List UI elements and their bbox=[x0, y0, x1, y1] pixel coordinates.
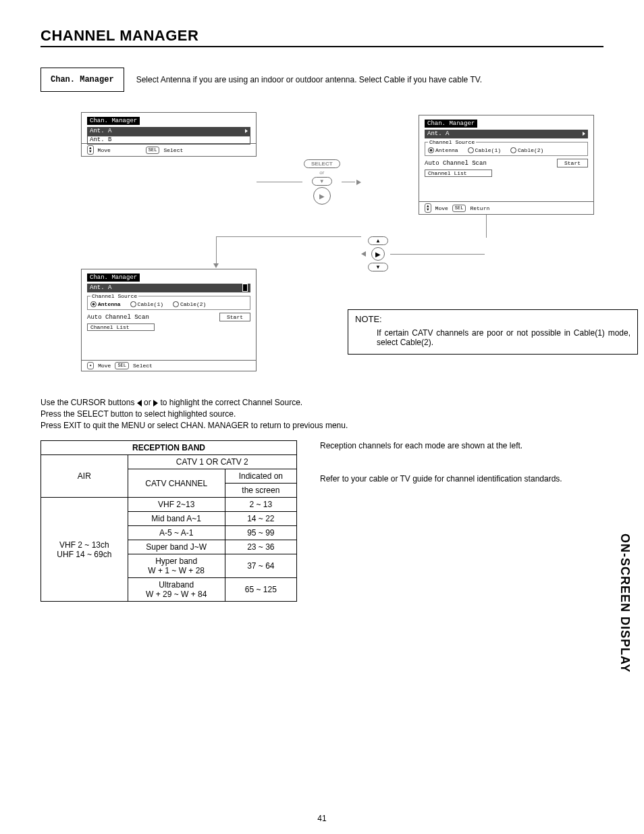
opt-cable1: Cable(1) bbox=[130, 301, 163, 307]
lower-row: RECEPTION BAND AIR CATV 1 OR CATV 2 CATV… bbox=[41, 440, 603, 602]
flow-line-left bbox=[216, 236, 361, 237]
flow-back: ▲ ▶ ▼ bbox=[361, 236, 485, 271]
catv-header: CATV 1 OR CATV 2 bbox=[128, 455, 296, 469]
auto-scan-row: Auto Channel Scan Start bbox=[425, 159, 588, 167]
diagram-area: Chan. Manager Ant. A Ant. B Move SEL Sel… bbox=[81, 112, 603, 375]
catv-channel-header: CATV CHANNEL bbox=[128, 469, 225, 498]
radio-icon bbox=[173, 301, 179, 307]
opt-cable2: Cable(2) bbox=[510, 147, 543, 153]
table-cell: Super band J~W bbox=[128, 540, 225, 554]
radio-filled-icon bbox=[90, 301, 97, 307]
osd-footer: ✦ Move SEL Select bbox=[82, 360, 256, 371]
instructions: Use the CURSOR buttons or to highlight t… bbox=[41, 397, 603, 431]
radio-filled-icon bbox=[428, 147, 434, 153]
note-box: NOTE: If certain CATV channels are poor … bbox=[348, 309, 638, 355]
osd-title: Chan. Manager bbox=[87, 273, 140, 282]
instruction-line-3: Press EXIT to quit the MENU or select CH… bbox=[41, 420, 603, 432]
channel-source-group: Channel Source Antenna Cable(1) Cable(2) bbox=[87, 293, 250, 310]
select-key-icon: SEL bbox=[115, 362, 129, 369]
table-cell: Hyper bandW + 1 ~ W + 28 bbox=[128, 554, 225, 578]
osd-footer: Move SEL Select bbox=[82, 143, 256, 156]
opt-antenna: Antenna bbox=[428, 147, 458, 153]
cursor-down-key: ▼ bbox=[312, 177, 332, 186]
four-way-icon: ✦ bbox=[87, 362, 94, 369]
table-cell: 37 ~ 64 bbox=[225, 554, 296, 578]
channel-source-legend: Channel Source bbox=[90, 293, 138, 299]
table-cell: UltrabandW + 29 ~ W + 84 bbox=[128, 578, 225, 602]
cursor-right-key: ▶ bbox=[313, 187, 331, 205]
channel-list-button: Channel List bbox=[87, 323, 155, 331]
osd-item-ant-a: Ant. A bbox=[425, 130, 588, 138]
cursor-up-key: ▲ bbox=[368, 236, 388, 245]
osd-move-label: Move bbox=[435, 205, 448, 211]
opt-cable2: Cable(2) bbox=[173, 301, 206, 307]
table-cell: 2 ~ 13 bbox=[225, 498, 296, 512]
select-key-btn: SELECT bbox=[304, 159, 340, 168]
auto-scan-row: Auto Channel Scan Start bbox=[87, 313, 250, 321]
start-button: Start bbox=[219, 313, 250, 321]
chevron-right-icon bbox=[583, 132, 585, 136]
note-title: NOTE: bbox=[355, 314, 630, 324]
osd-move-label: Move bbox=[98, 147, 111, 153]
table-cell: 23 ~ 36 bbox=[225, 540, 296, 554]
osd-title: Chan. Manager bbox=[87, 117, 140, 125]
side-text-2: Refer to your cable or TV guide for chan… bbox=[320, 473, 603, 485]
osd-item-ant-a: Ant. A bbox=[87, 127, 250, 136]
osd-menu-2: Chan. Manager Ant. A Channel Source Ante… bbox=[419, 115, 594, 215]
flow-line-down2 bbox=[216, 236, 217, 263]
air-rows-cell: VHF 2 ~ 13ch UHF 14 ~ 69ch bbox=[41, 498, 128, 602]
flow-arrow-right: SELECT or ▼ ▶ bbox=[257, 159, 361, 205]
radio-icon bbox=[468, 147, 474, 153]
channel-source-group: Channel Source Antenna Cable(1) Cable(2) bbox=[425, 139, 588, 156]
osd-menu-3: Chan. Manager Ant. A Channel Source Ante… bbox=[81, 269, 257, 371]
radio-icon bbox=[510, 147, 516, 153]
osd-return-label: Return bbox=[470, 205, 489, 211]
table-cell: 95 ~ 99 bbox=[225, 526, 296, 540]
side-label: ON-SCREEN DISPLAY bbox=[618, 533, 632, 673]
channel-source-legend: Channel Source bbox=[428, 139, 476, 145]
updown-icon bbox=[425, 203, 431, 213]
side-text: Reception channels for each mode are sho… bbox=[320, 440, 603, 506]
channel-list-button: Channel List bbox=[425, 170, 492, 177]
table-title: RECEPTION BAND bbox=[41, 441, 297, 455]
instruction-line-1: Use the CURSOR buttons or to highlight t… bbox=[41, 397, 603, 409]
table-cell: Mid band A~1 bbox=[128, 512, 225, 526]
osd-move-label: Move bbox=[98, 363, 111, 369]
intro-row: Chan. Manager Select Antenna if you are … bbox=[41, 68, 603, 92]
note-body: If certain CATV channels are poor or not… bbox=[377, 328, 630, 347]
osd-select-label: Select bbox=[133, 363, 153, 369]
cursor-icon bbox=[242, 284, 248, 292]
intro-text: Select Antenna if you are using an indoo… bbox=[136, 75, 482, 84]
table-cell: 14 ~ 22 bbox=[225, 512, 296, 526]
cursor-right-key: ▶ bbox=[371, 247, 385, 261]
instruction-line-2: Press the SELECT button to select highli… bbox=[41, 409, 603, 420]
osd-footer: Move SEL Return bbox=[419, 201, 593, 214]
opt-cable1: Cable(1) bbox=[468, 147, 501, 153]
cursor-left-icon bbox=[137, 400, 142, 407]
osd-title: Chan. Manager bbox=[425, 120, 477, 128]
opt-antenna: Antenna bbox=[90, 301, 121, 307]
radio-icon bbox=[130, 301, 136, 307]
start-button: Start bbox=[557, 159, 588, 167]
chevron-right-icon bbox=[245, 129, 248, 133]
or-label: or bbox=[319, 170, 324, 176]
updown-icon bbox=[87, 145, 94, 155]
reception-band-table: RECEPTION BAND AIR CATV 1 OR CATV 2 CATV… bbox=[41, 440, 297, 602]
table-cell: 65 ~ 125 bbox=[225, 578, 296, 602]
select-key-icon: SEL bbox=[146, 147, 160, 154]
osd-item-ant-a: Ant. A bbox=[87, 284, 250, 292]
table-cell: VHF 2~13 bbox=[128, 498, 225, 512]
flow-arrow-head bbox=[213, 263, 219, 268]
indicated-header-1: Indicated on bbox=[225, 469, 296, 484]
select-key-icon: SEL bbox=[452, 205, 466, 212]
chan-manager-label-box: Chan. Manager bbox=[41, 68, 124, 92]
osd-select-label: Select bbox=[163, 147, 183, 153]
osd-menu-1: Chan. Manager Ant. A Ant. B Move SEL Sel… bbox=[81, 112, 257, 157]
flow-line-down bbox=[486, 215, 487, 238]
cursor-down-key: ▼ bbox=[368, 263, 388, 271]
side-text-1: Reception channels for each mode are sho… bbox=[320, 440, 603, 452]
page-number: 41 bbox=[0, 814, 644, 823]
indicated-header-2: the screen bbox=[225, 484, 296, 498]
table-cell: A-5 ~ A-1 bbox=[128, 526, 225, 540]
air-header: AIR bbox=[41, 455, 128, 498]
